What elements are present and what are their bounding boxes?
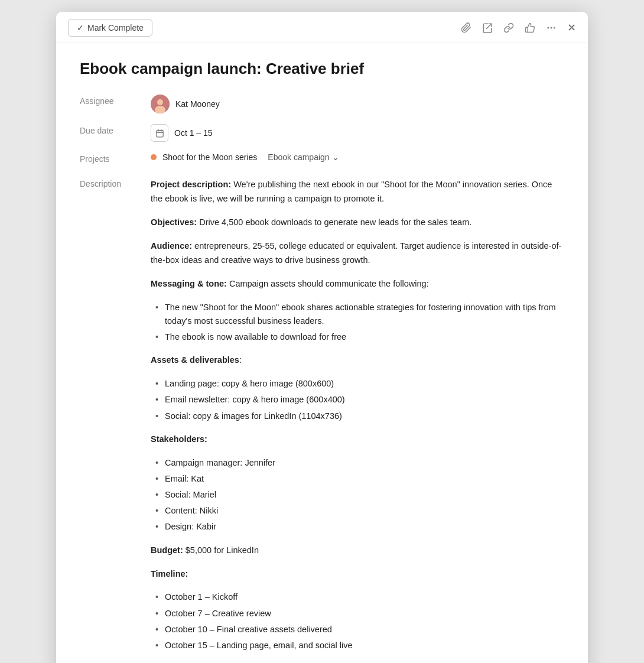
like-icon[interactable] (525, 22, 535, 33)
projects-label: Projects (80, 152, 151, 164)
messaging-bold: Messaging & tone: (151, 279, 227, 288)
objectives-paragraph: Objectives: Drive 4,500 ebook downloads … (151, 216, 564, 230)
list-item: October 10 – Final creative assets deliv… (155, 623, 564, 636)
assets-colon: : (239, 355, 242, 365)
meta-table: Assignee Kat Mooney (80, 95, 564, 164)
project-dropdown[interactable]: Ebook campaign ⌄ (268, 152, 339, 162)
share-icon[interactable] (482, 22, 493, 33)
mark-complete-label: Mark Complete (87, 23, 144, 32)
timeline-list: October 1 – Kickoff October 7 – Creative… (151, 590, 564, 652)
projects-row: Projects Shoot for the Moon series Ebook… (80, 152, 564, 164)
messaging-text: Campaign assets should communicate the f… (227, 279, 429, 288)
close-icon[interactable]: ✕ (567, 21, 576, 34)
budget-text: $5,000 for LinkedIn (183, 545, 259, 555)
task-modal: ✓ Mark Complete ✕ Ebook campaign launch:… (56, 12, 588, 663)
check-icon: ✓ (77, 23, 84, 32)
toolbar-icons: ✕ (461, 21, 576, 34)
svg-line-0 (487, 24, 492, 28)
due-date-value: Oct 1 – 15 (151, 124, 213, 142)
list-item: Social: Mariel (155, 488, 564, 502)
stakeholders-paragraph: Stakeholders: (151, 433, 564, 447)
assignee-name: Kat Mooney (175, 99, 220, 109)
link-icon[interactable] (503, 22, 514, 33)
svg-point-5 (157, 99, 163, 105)
chevron-down-icon: ⌄ (332, 152, 339, 162)
list-item: Campaign manager: Jennifer (155, 456, 564, 470)
description-section: Description Project description: We're p… (80, 178, 564, 663)
mark-complete-button[interactable]: ✓ Mark Complete (68, 19, 152, 37)
list-item: Content: Nikki (155, 504, 564, 518)
project-dot (151, 154, 157, 160)
list-item: Email: Kat (155, 472, 564, 486)
svg-point-3 (554, 27, 555, 28)
budget-bold: Budget: (151, 545, 183, 555)
timeline-paragraph: Timeline: (151, 567, 564, 581)
list-item: Email newsletter: copy & hero image (600… (155, 393, 564, 407)
list-item: Landing page: copy & hero image (800x600… (155, 377, 564, 391)
timeline-bold: Timeline: (151, 569, 188, 578)
objectives-bold: Objectives: (151, 217, 197, 227)
audience-bold: Audience: (151, 241, 192, 251)
calendar-icon (151, 124, 168, 142)
stakeholders-list: Campaign manager: Jennifer Email: Kat So… (151, 456, 564, 534)
due-date-row: Due date Oct 1 – 15 (80, 124, 564, 142)
list-item: Social: copy & images for LinkedIn (1104… (155, 410, 564, 423)
list-item: The new "Shoot for the Moon" ebook share… (155, 301, 564, 328)
audience-paragraph: Audience: entrepreneurs, 25-55, college … (151, 239, 564, 268)
assignee-avatar (151, 95, 170, 113)
assignee-row: Assignee Kat Mooney (80, 95, 564, 113)
due-date-label: Due date (80, 124, 151, 135)
objectives-text: Drive 4,500 ebook downloads to generate … (197, 217, 471, 227)
more-icon[interactable] (546, 22, 557, 33)
project-desc-bold: Project description: (151, 180, 231, 189)
budget-paragraph: Budget: $5,000 for LinkedIn (151, 544, 564, 558)
due-date-text: Oct 1 – 15 (174, 128, 213, 138)
task-title: Ebook campaign launch: Creative brief (80, 60, 564, 78)
avatar-image (151, 95, 170, 113)
list-item: Design: Kabir (155, 520, 564, 534)
list-item: October 1 – Kickoff (155, 590, 564, 604)
svg-rect-7 (156, 130, 162, 136)
task-content: Ebook campaign launch: Creative brief As… (56, 43, 588, 663)
project-series[interactable]: Shoot for the Moon series (162, 152, 257, 162)
assets-bold: Assets & deliverables (151, 355, 239, 365)
stakeholders-bold: Stakeholders: (151, 434, 207, 444)
projects-value: Shoot for the Moon series Ebook campaign… (151, 152, 339, 162)
description-label: Description (80, 178, 151, 188)
assignee-label: Assignee (80, 95, 151, 106)
assignee-value: Kat Mooney (151, 95, 220, 113)
project-desc-paragraph: Project description: We're publishing th… (151, 178, 564, 206)
list-item: October 15 – Landing page, email, and so… (155, 639, 564, 652)
svg-point-2 (551, 27, 552, 28)
audience-text: entrepreneurs, 25-55, college educated o… (151, 241, 561, 265)
messaging-list: The new "Shoot for the Moon" ebook share… (151, 301, 564, 344)
project-campaign: Ebook campaign (268, 152, 329, 162)
messaging-paragraph: Messaging & tone: Campaign assets should… (151, 277, 564, 291)
assets-list: Landing page: copy & hero image (800x600… (151, 377, 564, 423)
attachment-icon[interactable] (461, 22, 471, 33)
list-item: The ebook is now available to download f… (155, 330, 564, 344)
description-content: Project description: We're publishing th… (151, 178, 564, 663)
svg-point-1 (548, 27, 549, 28)
assets-paragraph: Assets & deliverables: (151, 353, 564, 368)
toolbar: ✓ Mark Complete ✕ (56, 12, 588, 43)
list-item: October 7 – Creative review (155, 607, 564, 620)
